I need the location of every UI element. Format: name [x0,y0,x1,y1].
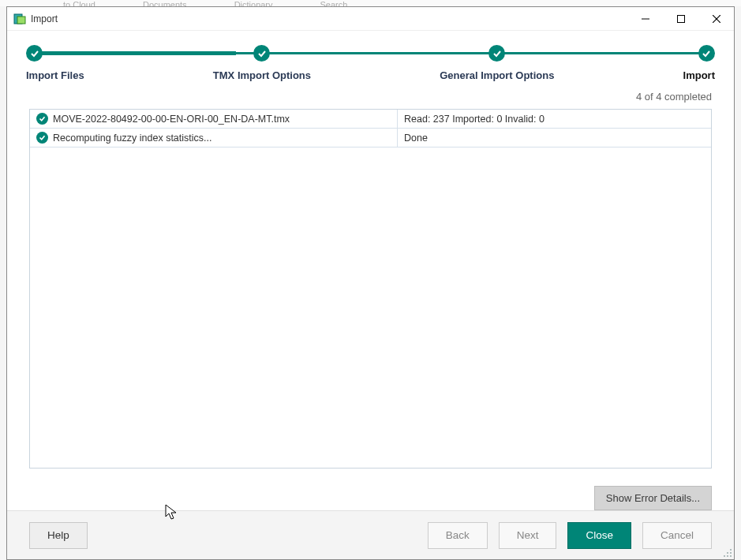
svg-point-7 [727,552,728,554]
close-window-button[interactable] [698,7,734,31]
wizard-stepper: Import Files TMX Import Options General … [7,31,734,91]
resize-grip-icon[interactable] [721,547,732,558]
progress-count: 4 of 4 completed [7,91,734,109]
table-row: Recomputing fuzzy index statistics... Do… [30,129,711,147]
step-tmx-options: TMX Import Options [213,45,311,81]
background-menu-strip: to CloudDocumentsDictionarySearch [0,0,741,6]
results-grid: MOVE-2022-80492-00-00-EN-ORI-00_EN-DA-MT… [29,109,712,469]
step-label: General Import Options [440,69,554,81]
step-import: Import [683,45,715,81]
minimize-button[interactable] [627,7,663,31]
step-import-files: Import Files [26,45,84,81]
import-dialog: Import Import Files TMX Import Options [6,6,735,560]
check-icon [698,45,715,62]
close-button[interactable]: Close [567,522,631,549]
svg-rect-3 [677,15,684,22]
row-status: Done [398,133,711,144]
success-icon [36,132,48,144]
svg-point-8 [730,552,732,554]
maximize-button[interactable] [663,7,698,31]
table-row: MOVE-2022-80492-00-00-EN-ORI-00_EN-DA-MT… [30,110,711,129]
step-label: Import [683,69,715,81]
svg-point-9 [724,555,725,557]
help-button[interactable]: Help [29,522,88,549]
row-name: MOVE-2022-80492-00-00-EN-ORI-00_EN-DA-MT… [53,114,290,125]
window-title: Import [31,13,627,24]
show-error-details-button[interactable]: Show Error Details... [594,486,712,510]
dialog-footer: Help Back Next Close Cancel [7,510,734,559]
titlebar: Import [7,7,734,31]
next-button: Next [499,522,557,549]
check-icon [26,45,43,62]
success-icon [36,113,48,125]
step-general-options: General Import Options [440,45,554,81]
cancel-button: Cancel [642,522,712,549]
svg-point-11 [730,555,732,557]
svg-point-6 [730,549,732,551]
svg-rect-1 [17,17,25,24]
check-icon [488,45,505,62]
step-label: Import Files [26,69,84,81]
step-label: TMX Import Options [213,69,311,81]
svg-point-10 [727,555,728,557]
row-name: Recomputing fuzzy index statistics... [53,133,211,144]
back-button: Back [428,522,488,549]
check-icon [253,45,270,62]
row-status: Read: 237 Imported: 0 Invalid: 0 [398,114,711,125]
app-icon [13,13,26,25]
